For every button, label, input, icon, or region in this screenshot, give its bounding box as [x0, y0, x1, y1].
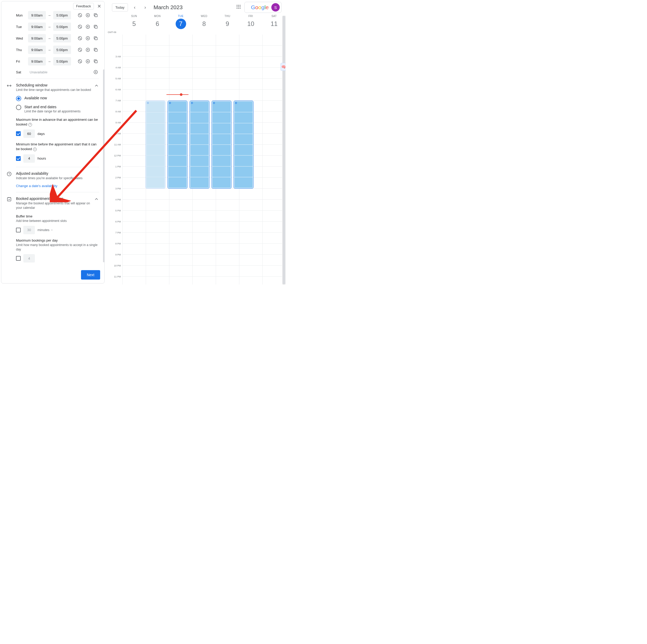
unavailable-icon[interactable] — [77, 35, 83, 42]
slot-block[interactable] — [235, 112, 253, 123]
slot-block[interactable] — [235, 124, 253, 134]
slot-block[interactable] — [168, 145, 187, 155]
close-icon[interactable]: ✕ — [96, 3, 102, 9]
slot-block[interactable] — [147, 156, 164, 166]
slot-block[interactable] — [235, 134, 253, 144]
slot-block[interactable] — [213, 177, 230, 187]
slot-block[interactable] — [191, 112, 208, 123]
slot-block[interactable] — [191, 145, 208, 155]
grid-column[interactable] — [123, 34, 146, 285]
calendar-scrollbar[interactable] — [282, 16, 286, 285]
slot-block[interactable] — [168, 167, 187, 177]
slot-block[interactable] — [235, 167, 253, 177]
chevron-up-icon[interactable] — [94, 83, 99, 89]
slot-block[interactable] — [191, 156, 208, 166]
change-date-link[interactable]: Change a date's availability — [16, 184, 99, 188]
help-icon[interactable]: ? — [33, 148, 37, 151]
end-time-input[interactable] — [53, 11, 71, 19]
next-button[interactable]: Next — [81, 270, 100, 279]
add-slot-icon[interactable] — [92, 69, 99, 75]
unavailable-icon[interactable] — [77, 58, 83, 65]
slot-block[interactable] — [213, 124, 230, 134]
copy-icon[interactable] — [92, 35, 99, 42]
add-slot-icon[interactable] — [84, 23, 91, 30]
start-time-input[interactable] — [28, 11, 46, 19]
add-slot-icon[interactable] — [84, 58, 91, 65]
start-end-dates-radio[interactable] — [16, 105, 21, 110]
buffer-unit-dropdown[interactable]: minutes — [38, 228, 53, 232]
slot-block[interactable] — [191, 177, 208, 187]
day-column-header[interactable]: WED 8 — [193, 15, 216, 34]
slot-block[interactable] — [213, 134, 230, 144]
slot-block[interactable] — [191, 167, 208, 177]
appointment-slots[interactable]: ⊞ — [212, 101, 231, 189]
chevron-up-icon[interactable] — [94, 196, 99, 203]
buffer-input[interactable] — [23, 226, 35, 234]
add-slot-icon[interactable] — [84, 35, 91, 42]
slot-block[interactable] — [168, 112, 187, 123]
day-column-header[interactable]: TUE 7 — [169, 15, 193, 34]
add-slot-icon[interactable] — [84, 12, 91, 19]
available-now-radio[interactable] — [16, 96, 21, 101]
prev-week-icon[interactable]: ‹ — [131, 4, 138, 11]
buffer-checkbox[interactable] — [16, 228, 21, 232]
max-bookings-input[interactable] — [23, 254, 35, 262]
appointment-slots[interactable]: ⊞ — [167, 101, 188, 189]
add-slot-icon[interactable] — [84, 47, 91, 53]
appointment-slots[interactable]: ⊞ — [233, 101, 254, 189]
min-before-checkbox[interactable] — [16, 156, 21, 161]
side-tab-icon[interactable]: 🧠 — [281, 63, 286, 71]
end-time-input[interactable] — [53, 34, 71, 43]
end-time-input[interactable] — [53, 22, 71, 31]
avatar[interactable]: S — [271, 3, 280, 11]
day-column-header[interactable]: THU 9 — [216, 15, 239, 34]
slot-block[interactable] — [147, 134, 164, 144]
slot-block[interactable] — [213, 145, 230, 155]
slot-block[interactable] — [168, 177, 187, 187]
appointment-slots[interactable]: ⊞ — [145, 101, 165, 189]
slot-block[interactable] — [168, 124, 187, 134]
slot-block[interactable] — [235, 156, 253, 166]
unavailable-icon[interactable] — [77, 47, 83, 53]
slot-block[interactable] — [213, 112, 230, 123]
copy-icon[interactable] — [92, 47, 99, 53]
panel-scrollbar[interactable] — [103, 69, 104, 262]
start-time-input[interactable] — [28, 34, 46, 43]
next-week-icon[interactable]: › — [142, 4, 149, 11]
unavailable-icon[interactable] — [77, 12, 83, 19]
start-time-input[interactable] — [28, 46, 46, 54]
slot-block[interactable] — [168, 134, 187, 144]
slot-block[interactable] — [191, 134, 208, 144]
max-bookings-checkbox[interactable] — [16, 256, 21, 261]
max-advance-checkbox[interactable] — [16, 131, 21, 136]
day-column-header[interactable]: FRI 10 — [239, 15, 263, 34]
copy-icon[interactable] — [92, 23, 99, 30]
slot-block[interactable] — [147, 167, 164, 177]
unavailable-icon[interactable] — [77, 23, 83, 30]
max-advance-input[interactable] — [23, 130, 35, 138]
slot-block[interactable] — [147, 145, 164, 155]
slot-block[interactable] — [235, 177, 253, 187]
start-time-input[interactable] — [28, 22, 46, 31]
slot-block[interactable] — [147, 177, 164, 187]
day-column-header[interactable]: MON 6 — [146, 15, 169, 34]
slot-block[interactable] — [235, 145, 253, 155]
copy-icon[interactable] — [92, 58, 99, 65]
min-before-input[interactable] — [23, 154, 35, 163]
feedback-button[interactable]: Feedback — [73, 3, 94, 9]
slot-block[interactable] — [168, 156, 187, 166]
google-account[interactable]: Google S — [244, 2, 282, 13]
slot-block[interactable] — [213, 167, 230, 177]
start-time-input[interactable] — [28, 57, 46, 66]
slot-block[interactable] — [147, 124, 164, 134]
slot-block[interactable] — [191, 124, 208, 134]
end-time-input[interactable] — [53, 57, 71, 66]
slot-block[interactable] — [147, 112, 164, 123]
slot-block[interactable] — [213, 156, 230, 166]
today-button[interactable]: Today — [112, 3, 128, 11]
end-time-input[interactable] — [53, 46, 71, 54]
help-icon[interactable]: ? — [28, 123, 32, 127]
appointment-slots[interactable]: ⊞ — [190, 101, 209, 189]
copy-icon[interactable] — [92, 12, 99, 19]
apps-icon[interactable] — [236, 4, 241, 10]
